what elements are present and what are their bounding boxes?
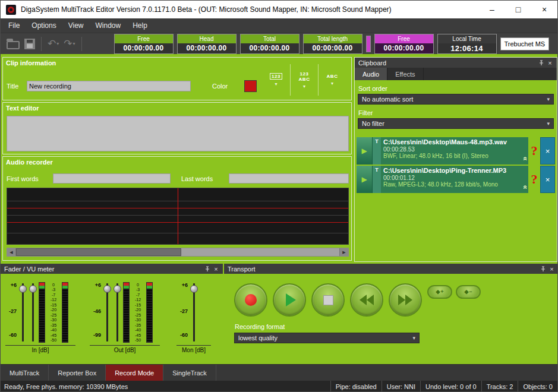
first-words-input[interactable] xyxy=(53,173,171,184)
fader-knob[interactable] xyxy=(19,285,27,293)
numbers-text-format-button[interactable]: 123 ABC ▾ xyxy=(290,64,318,96)
save-button[interactable] xyxy=(24,35,35,53)
open-button[interactable] xyxy=(7,35,20,53)
menu-options[interactable]: Options xyxy=(26,18,62,33)
collapse-icon[interactable]: « xyxy=(522,157,528,161)
menu-file[interactable]: File xyxy=(2,18,26,33)
track-marker: T xyxy=(373,166,381,193)
add-marker-button[interactable]: ◆+ xyxy=(427,285,452,299)
chevron-down-icon: ▾ xyxy=(547,96,550,102)
stop-button[interactable] xyxy=(311,283,345,317)
fader-knob[interactable] xyxy=(114,285,121,293)
play-button[interactable] xyxy=(273,283,306,317)
dropdown-icon: ▾ xyxy=(331,81,333,86)
vu-meter-bar xyxy=(39,282,45,343)
filter-dropdown[interactable]: No filter ▾ xyxy=(358,118,554,129)
rewind-icon xyxy=(360,295,367,305)
minimize-button[interactable]: – xyxy=(479,1,505,18)
color-swatch-button[interactable] xyxy=(244,80,257,92)
fader-knob[interactable] xyxy=(29,285,37,293)
last-words-input[interactable] xyxy=(229,173,349,184)
clipboard-entry[interactable]: ▶ T C:\Users\nin\Desktop\Ping-Trenner.MP… xyxy=(357,166,555,193)
status-bar: Ready, Free phys. memory: 10390 MBytes P… xyxy=(1,381,557,392)
recording-format-dropdown[interactable]: lowest quality ▾ xyxy=(234,333,420,343)
undo-icon: ↶ xyxy=(48,39,56,49)
fast-forward-button[interactable] xyxy=(389,283,422,317)
remove-marker-button[interactable]: ◆− xyxy=(456,285,481,299)
tab-record-mode[interactable]: Record Mode xyxy=(106,365,163,381)
color-label: Color xyxy=(212,83,228,90)
fast-forward-icon xyxy=(405,295,412,305)
font-selector[interactable]: Trebuchet MS xyxy=(500,37,549,50)
text-editor-area[interactable] xyxy=(7,116,349,151)
scroll-left-button[interactable]: ◀ xyxy=(7,248,16,256)
status-objects: Objects: 0 xyxy=(518,381,557,392)
close-icon[interactable]: × xyxy=(212,264,220,273)
toolbar-separator xyxy=(41,37,42,51)
numbers-format-button[interactable]: 123 ▾ xyxy=(262,64,290,96)
entry-path: C:\Users\nin\Desktop\Ping-Trenner.MP3 xyxy=(383,167,526,174)
fader-track xyxy=(113,282,122,343)
rewind-icon xyxy=(367,295,374,305)
entry-duration: 00:00:28.53 xyxy=(383,146,526,153)
sort-order-label: Sort order xyxy=(355,80,557,94)
first-words-label: First words xyxy=(7,175,39,182)
sort-order-dropdown[interactable]: No automatic sort ▾ xyxy=(358,94,554,105)
group-label: Mon [dB] xyxy=(176,345,211,353)
maximize-button[interactable]: □ xyxy=(505,1,531,18)
transport-panel: Transport × ◆+ ◆− Recording format lowes… xyxy=(224,264,558,364)
stop-icon xyxy=(323,295,333,305)
toolbar: ↶▾ ↷▾ Free 00:00:00.00 Head 00:00:00.00 … xyxy=(1,33,557,54)
play-icon xyxy=(286,293,296,306)
display-free-1: Free 00:00:00.00 xyxy=(114,34,174,54)
menu-help[interactable]: Help xyxy=(127,18,153,33)
scroll-right-button[interactable]: ▶ xyxy=(339,248,348,256)
pin-icon[interactable] xyxy=(538,264,547,273)
pin-icon[interactable] xyxy=(537,58,546,67)
scrollbar-thumb[interactable] xyxy=(16,248,181,256)
undo-button[interactable]: ↶▾ xyxy=(48,35,59,53)
record-button[interactable] xyxy=(234,283,267,317)
last-words-label: Last words xyxy=(181,175,213,182)
tab-reporter-box[interactable]: Reporter Box xyxy=(49,365,106,381)
pin-icon[interactable] xyxy=(203,264,212,273)
fader-knob[interactable] xyxy=(103,285,111,293)
clipboard-entry[interactable]: ▶ T C:\Users\nin\Desktop\Maus-48.mp3.wav… xyxy=(357,137,555,165)
close-icon[interactable]: × xyxy=(547,264,556,273)
fader-knob[interactable] xyxy=(190,285,198,293)
menu-window[interactable]: Window xyxy=(90,18,127,33)
entry-body[interactable]: C:\Users\nin\Desktop\Ping-Trenner.MP3 00… xyxy=(381,166,528,193)
tab-multitrack[interactable]: MultiTrack xyxy=(1,365,49,381)
remove-entry-button[interactable]: × xyxy=(540,166,555,193)
remove-entry-button[interactable]: × xyxy=(540,137,555,165)
tab-audio[interactable]: Audio xyxy=(355,68,387,80)
fader-track xyxy=(103,282,112,343)
play-button[interactable]: ▶ xyxy=(357,137,373,165)
collapse-icon[interactable]: « xyxy=(522,185,528,189)
text-format-button[interactable]: ABC ▾ xyxy=(318,64,346,96)
close-button[interactable]: × xyxy=(531,1,557,18)
status-tracks: Tracks: 2 xyxy=(481,381,518,392)
status-user: User: NNI xyxy=(382,381,420,392)
status-segments: Pipe: disabled User: NNI Undo level: 0 o… xyxy=(330,381,557,392)
diamond-icon: ◆ xyxy=(436,289,440,295)
fader-group-in: +6 -27 -60 0-3-7-12-15-20-25-30-35-40-45… xyxy=(5,282,75,353)
menu-view[interactable]: View xyxy=(62,18,90,33)
fader-scale: +6 -27 -60 xyxy=(5,282,17,343)
app-logo-icon xyxy=(6,5,16,15)
clipboard-header: Clipboard × xyxy=(355,58,557,68)
tab-effects[interactable]: Effects xyxy=(387,68,423,80)
fader-track xyxy=(18,282,27,343)
rewind-button[interactable] xyxy=(350,283,383,317)
fader-track xyxy=(29,282,37,343)
minus-icon: − xyxy=(469,289,472,295)
play-button[interactable]: ▶ xyxy=(357,166,373,193)
close-icon[interactable]: × xyxy=(546,58,554,67)
clip-title-input[interactable] xyxy=(27,81,191,91)
tab-singletrack[interactable]: SingleTrack xyxy=(163,365,216,381)
waveform-scrollbar[interactable]: ◀ ▶ xyxy=(7,248,349,257)
status-message: Ready, Free phys. memory: 10390 MBytes xyxy=(1,383,128,390)
redo-button[interactable]: ↷▾ xyxy=(64,35,75,53)
waveform-display[interactable] xyxy=(7,188,349,245)
entry-body[interactable]: C:\Users\nin\Desktop\Maus-48.mp3.wav 00:… xyxy=(381,137,528,165)
